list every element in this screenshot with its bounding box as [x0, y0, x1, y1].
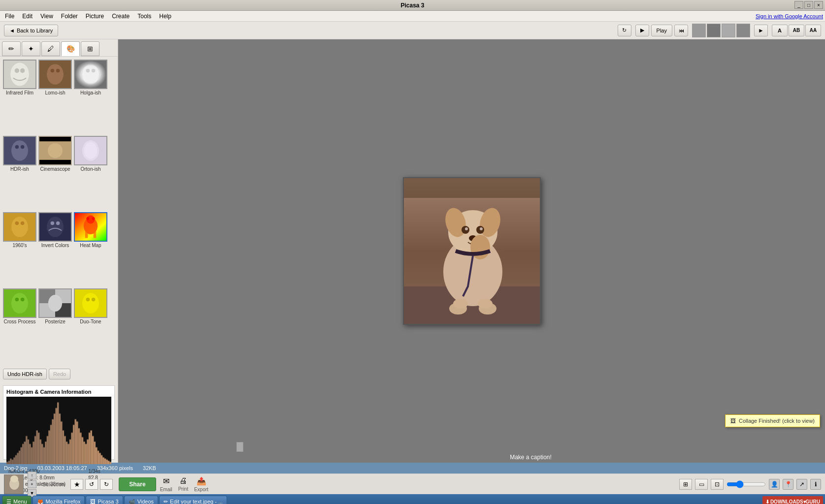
effect-label-crossprocess: Cross Process	[3, 319, 35, 324]
menu-create[interactable]: Create	[109, 12, 132, 21]
rotate-right-button[interactable]: ↻	[100, 479, 113, 490]
svg-rect-36	[94, 231, 97, 238]
effect-thumb-crossprocess	[3, 288, 36, 318]
effect-1960s[interactable]: 1960's	[3, 212, 36, 286]
app-title: Picasa 3	[400, 2, 424, 9]
effect-label-duotone: Duo-Tone	[80, 319, 101, 324]
effect-thumb-heatmap	[74, 212, 107, 242]
start-menu-button[interactable]: ☰ Menu	[2, 496, 32, 504]
videos-icon: 📹	[129, 499, 135, 504]
effect-thumb-orton	[74, 136, 107, 165]
filmstrip-button[interactable]: ▭	[695, 479, 708, 490]
share-button[interactable]: Share	[119, 477, 156, 491]
back-button-label: Back to Library	[17, 28, 53, 33]
play-button[interactable]: Play	[651, 25, 672, 36]
menu-file[interactable]: File	[2, 12, 17, 21]
effect-heatmap[interactable]: Heat Map	[74, 212, 107, 286]
effect-orton[interactable]: Orton-ish	[74, 136, 107, 210]
star-button[interactable]: ★	[70, 479, 83, 490]
export-action[interactable]: 📤 Export	[194, 476, 208, 492]
taskbar-edit[interactable]: ✏ Edit your text.jpeg - ...	[159, 496, 227, 504]
effect-lomo[interactable]: Lomo-ish	[38, 60, 72, 134]
person-icon[interactable]: 👤	[769, 479, 780, 490]
effect-thumb-holga	[74, 60, 107, 89]
text-a-button[interactable]: A	[772, 25, 788, 36]
collage-notification[interactable]: 🖼 Collage Finished! (click to view)	[725, 414, 820, 427]
photo-thumbnail	[4, 474, 24, 494]
undo-button[interactable]: Undo HDR-ish	[3, 369, 47, 379]
edit-icon: ✏	[164, 499, 168, 504]
forward-nav-button[interactable]: ►	[754, 25, 768, 36]
downloads-label: DOWNLOADS▾GURU	[770, 499, 820, 504]
svg-point-71	[10, 475, 18, 482]
status-size: 32KB	[143, 465, 156, 471]
thumb-4[interactable]	[736, 24, 750, 37]
back-to-library-button[interactable]: ◄ Back to Library	[4, 25, 58, 36]
menu-help[interactable]: Help	[156, 12, 174, 21]
svg-point-31	[56, 221, 60, 225]
effect-thumb-1960s	[3, 212, 36, 242]
taskbar-picasa[interactable]: 🖼 Picasa 3	[86, 496, 123, 504]
taskbar-firefox[interactable]: 🦊 Mozilla Firefox	[33, 496, 85, 504]
svg-point-49	[86, 298, 90, 302]
effect-thumb-cinemascope	[38, 136, 72, 165]
add-icon[interactable]: +	[28, 480, 36, 488]
scroll-indicator[interactable]	[236, 442, 243, 452]
svg-point-25	[11, 217, 28, 237]
effect-crossprocess[interactable]: Cross Process	[3, 288, 36, 363]
menu-picture[interactable]: Picture	[83, 12, 107, 21]
tab-effects[interactable]: 🖊	[41, 41, 60, 56]
menu-view[interactable]: View	[37, 12, 56, 21]
close-button[interactable]: ×	[814, 1, 823, 9]
thumbnail-buttons	[692, 24, 750, 37]
redo-button[interactable]: Redo	[49, 369, 70, 379]
effect-hdr[interactable]: HDR-ish	[3, 136, 36, 210]
share-icon[interactable]: ↗	[796, 479, 807, 490]
email-action[interactable]: ✉ Email	[160, 476, 172, 492]
text-buttons: A AB AA	[772, 25, 821, 36]
thumb-2[interactable]	[707, 24, 721, 37]
fullscreen-button[interactable]: ⊡	[711, 479, 724, 490]
menu-tools[interactable]: Tools	[134, 12, 154, 21]
tab-more[interactable]: ⊞	[81, 41, 99, 56]
tab-creative[interactable]: 🎨	[61, 41, 80, 56]
effect-invert[interactable]: Invert Colors	[38, 212, 72, 286]
zoom-slider[interactable]	[726, 480, 766, 488]
effect-posterize[interactable]: Posterize	[38, 288, 72, 363]
svg-point-46	[48, 295, 62, 312]
minimize-button[interactable]: _	[794, 1, 803, 9]
rotate-left-button[interactable]: ↺	[85, 479, 98, 490]
sign-in-link[interactable]: Sign in with Google Account	[756, 13, 823, 19]
text-ab-button[interactable]: AB	[789, 25, 804, 36]
taskbar-videos[interactable]: 📹 Videos	[124, 496, 158, 504]
print-action[interactable]: 🖨 Print	[178, 476, 189, 492]
previous-button[interactable]: ⏮	[674, 25, 688, 36]
effects-grid: Infrared Film Lomo-ish	[0, 57, 118, 366]
upload-icon[interactable]: ↑	[28, 472, 36, 479]
status-filename: Dog-2.jpg	[4, 465, 28, 471]
main-toolbar: ◄ Back to Library ↻ ▶ Play ⏮ ► A AB AA	[0, 22, 825, 39]
effect-infrared-film[interactable]: Infrared Film	[3, 60, 36, 134]
svg-point-37	[87, 217, 90, 220]
text-aa-button[interactable]: AA	[805, 25, 821, 36]
effect-holga[interactable]: Holga-ish	[74, 60, 107, 134]
rotate-button[interactable]: ↻	[618, 25, 631, 36]
grid-view-button[interactable]: ⊞	[679, 479, 692, 490]
thumb-3[interactable]	[722, 24, 735, 37]
downloads-guru-badge[interactable]: ⬇ DOWNLOADS▾GURU	[762, 496, 823, 504]
play-icon-button[interactable]: ▶	[635, 25, 649, 36]
thumb-1[interactable]	[692, 24, 706, 37]
tab-basic[interactable]: ✏	[2, 41, 21, 56]
svg-point-30	[51, 221, 55, 225]
effect-duotone[interactable]: Duo-Tone	[74, 288, 107, 363]
tab-tuning[interactable]: ✦	[22, 41, 40, 56]
svg-point-16	[21, 145, 25, 149]
location-icon[interactable]: 📍	[783, 479, 793, 490]
menu-folder[interactable]: Folder	[58, 12, 81, 21]
histogram-panel: Histogram & Camera Information NIKON E43…	[3, 385, 115, 460]
caption-text[interactable]: Make a caption!	[510, 454, 552, 461]
maximize-button[interactable]: □	[804, 1, 813, 9]
menu-edit[interactable]: Edit	[19, 12, 35, 21]
info-icon[interactable]: ℹ	[810, 479, 821, 490]
effect-cinemascope[interactable]: Cinemascope	[38, 136, 72, 210]
